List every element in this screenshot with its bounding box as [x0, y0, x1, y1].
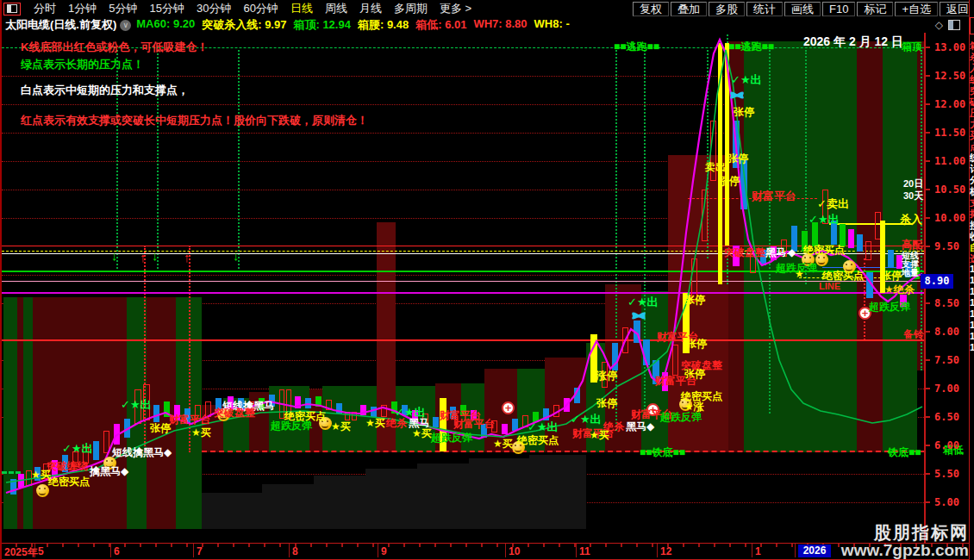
chart-label: ★: [795, 269, 804, 280]
annotation-note: K线底部出红色或粉色，可低吸建仓！: [21, 40, 208, 55]
diamond-icon[interactable]: ◇: [935, 19, 943, 31]
right-strip-glyph: 1: [970, 320, 974, 330]
tab-period-9[interactable]: 月线: [359, 1, 382, 16]
chart-label: 张停: [596, 398, 617, 409]
y-axis-tick: [924, 132, 930, 134]
right-strip-glyph: 1: [970, 331, 974, 341]
chevron-down-icon[interactable]: ∨: [120, 20, 131, 31]
toolbar-button[interactable]: F10: [822, 2, 855, 16]
chart-label: LINE: [819, 282, 840, 292]
tab-period-8[interactable]: 周线: [325, 1, 347, 16]
chart-label: 卖出: [705, 162, 726, 173]
current-price-badge: 8.90: [921, 274, 953, 289]
chart-label: ★买: [365, 418, 385, 429]
chart-label: ✓★出: [571, 414, 602, 426]
right-strip-glyph: 1: [970, 297, 974, 308]
tab-period-3[interactable]: 5分钟: [109, 1, 137, 16]
x-axis-separator: [193, 544, 194, 557]
y-axis-tick: [924, 75, 930, 77]
x-axis-month-label: 11: [579, 545, 590, 557]
x-axis-month-label: 9: [381, 545, 387, 557]
toolbar-button[interactable]: 叠加: [671, 2, 707, 16]
indicator-field: 箱顶: 12.94: [293, 17, 350, 33]
toolbar-button[interactable]: 统计: [746, 2, 783, 16]
y-axis-label: 5.50: [934, 468, 959, 480]
toolbar: 复权叠加多股统计画线F10标记+自选返回: [631, 2, 974, 16]
y-axis-label: 11.50: [934, 127, 965, 139]
watermark-site-name: 股朋指标网: [841, 523, 969, 542]
x-axis-separator: [110, 544, 111, 557]
chart-label: 张停: [727, 153, 748, 165]
smiley-icon: [36, 484, 49, 497]
y-axis-label: 7.00: [934, 383, 959, 395]
chart-label: 张停: [881, 271, 902, 282]
indicator-field: 突破杀入线: 9.97: [202, 17, 286, 33]
x-axis-month-label: 6: [114, 545, 120, 557]
tab-period-7[interactable]: 日线: [290, 1, 313, 16]
tab-period-10[interactable]: 多周期: [394, 1, 428, 16]
x-axis-separator: [752, 544, 752, 557]
right-clipped-panel: 箱杀入线突破压力买点统计分析支撑接收自选11111111: [969, 0, 974, 560]
toolbar-button[interactable]: +自选: [895, 2, 938, 16]
chart-label: ✓卖出: [817, 198, 849, 210]
chart-label: 财富平台: [752, 190, 796, 202]
y-axis-tick: [924, 47, 930, 48]
y-axis-tick: [924, 501, 930, 503]
toolbar-button[interactable]: 复权: [633, 2, 669, 16]
chart-label: 30天: [903, 191, 923, 202]
chart-label: ■■铁底■■: [640, 447, 685, 458]
tab-period-2[interactable]: 1分钟: [68, 1, 97, 16]
symbol-title: 太阳电缆(日线.前复权): [5, 17, 116, 33]
chart-label: 擒黑马◆: [90, 466, 128, 477]
x-axis-month-label: 12: [660, 545, 671, 557]
chart-label: 绝密买点: [803, 245, 845, 256]
period-menu-bar: 分时1分钟5分钟15分钟30分钟60分钟日线周线月线多周期更多 > 复权叠加多股…: [2, 0, 974, 17]
y-axis-label: 12.50: [934, 70, 965, 82]
tab-period-11[interactable]: 更多 >: [440, 1, 471, 16]
chart-label: ✓★出: [62, 443, 93, 455]
annotation-note: 白点表示中短期的压力和支撑点，: [21, 83, 189, 98]
window-icon[interactable]: [3, 3, 21, 16]
chart-label: 绝密买点: [822, 271, 864, 282]
chart-label: 突破盘整: [214, 408, 255, 419]
chart-label: 短线擒黑马◆: [112, 447, 172, 458]
toolbar-button[interactable]: 多股: [709, 2, 745, 16]
medical-cross-icon: +: [502, 401, 515, 414]
tab-period-6[interactable]: 60分钟: [243, 1, 278, 16]
chart-label: 2026 年 2 月 12 日: [803, 35, 903, 48]
chart-label: 超跌反弹: [660, 412, 702, 423]
y-axis-tick: [924, 217, 930, 219]
chart-label: ✓★出: [731, 74, 762, 86]
chart-label: 黑马: [765, 247, 786, 258]
toolbar-button[interactable]: 画线: [784, 2, 821, 16]
y-axis-label: 10.00: [934, 212, 965, 224]
y-axis-label: 10.50: [934, 184, 965, 196]
butterfly-icon: [729, 90, 745, 102]
chart-label: 张停: [150, 423, 171, 434]
x-axis-month-label: 8: [292, 545, 298, 557]
chart-label: 绝密买点: [48, 476, 90, 488]
toolbar-button[interactable]: 标记: [857, 2, 893, 16]
tab-period-4[interactable]: 15分钟: [149, 1, 184, 16]
watermark-url: www.7gpzb.com: [841, 542, 969, 560]
tab-period-1[interactable]: 分时: [34, 1, 56, 16]
x-axis: 2026 2025年567891011121: [2, 543, 969, 560]
chart-label: ★买: [331, 421, 351, 432]
clipped-box: [970, 17, 974, 34]
chart-label: ✓★出: [809, 214, 840, 226]
signal-arrow-down: ↓: [152, 248, 159, 263]
x-axis-separator: [657, 544, 658, 557]
y-axis-tick: [924, 416, 930, 418]
y-axis-label: 7.50: [934, 354, 959, 366]
chart-label: 备铃: [903, 329, 924, 340]
x-axis-month-label: 2025年: [4, 545, 38, 560]
indicator-field: 箱低: 6.01: [415, 17, 466, 33]
y-axis-label: 8.50: [934, 297, 959, 309]
indicator-field: 箱腰: 9.48: [358, 17, 409, 33]
chart-label: 财富平台: [655, 376, 696, 387]
split-square-icon[interactable]: [948, 20, 960, 30]
tab-period-5[interactable]: 30分钟: [197, 1, 231, 16]
signal-arrow-up: ↑: [140, 250, 147, 264]
chart-label: ★买: [412, 428, 432, 439]
indicator-field: MA60: 9.20: [136, 17, 195, 33]
